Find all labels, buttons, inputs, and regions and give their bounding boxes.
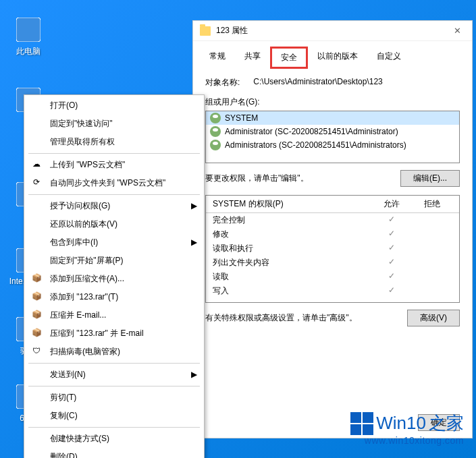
menu-item[interactable]: ☁上传到 "WPS云文档" xyxy=(24,156,204,174)
menu-item[interactable]: 创建快捷方式(S) xyxy=(24,430,204,448)
user-icon xyxy=(210,113,221,123)
menu-item-label: 固定到"开始"屏幕(P) xyxy=(50,256,124,265)
edit-hint: 要更改权限，请单击"编辑"。 xyxy=(205,173,387,184)
user-name: Administrator (SC-202008251451\Administr… xyxy=(225,127,398,136)
chevron-right-icon: ▶ xyxy=(191,237,197,248)
folder-icon xyxy=(200,26,211,36)
deny-check-icon xyxy=(412,229,452,240)
archive-icon: 📦 xyxy=(31,291,42,302)
menu-item-label: 上传到 "WPS云文档" xyxy=(50,160,125,169)
permission-name: 写入 xyxy=(213,285,371,297)
separator xyxy=(28,363,200,364)
menu-item-label: 添加到压缩文件(A)... xyxy=(50,274,124,283)
chevron-right-icon: ▶ xyxy=(191,369,197,380)
separator xyxy=(28,194,200,195)
menu-item-label: 自动同步文件夹到 "WPS云文档" xyxy=(50,178,165,188)
tab-安全[interactable]: 安全 xyxy=(270,47,308,69)
menu-item[interactable]: 📦添加到压缩文件(A)... xyxy=(24,270,204,288)
brand-url: www.win10xitong.com xyxy=(350,435,464,446)
menu-item[interactable]: 管理员取得所有权 xyxy=(24,133,204,151)
advanced-button[interactable]: 高级(V) xyxy=(407,310,460,326)
menu-item[interactable]: 发送到(N)▶ xyxy=(24,366,204,384)
menu-item-label: 删除(D) xyxy=(50,452,78,458)
menu-item[interactable]: 📦压缩并 E-mail... xyxy=(24,306,204,324)
user-name: SYSTEM xyxy=(225,113,258,123)
tab-以前的版本[interactable]: 以前的版本 xyxy=(308,47,367,69)
user-list-item[interactable]: SYSTEM xyxy=(206,111,459,125)
menu-item[interactable]: 还原以前的版本(V) xyxy=(24,215,204,233)
menu-item[interactable]: 打开(O) xyxy=(24,96,204,115)
desktop-icon[interactable]: 此电脑 xyxy=(8,16,49,57)
menu-item-label: 发送到(N) xyxy=(50,370,86,379)
menu-item[interactable]: 删除(D) xyxy=(24,448,204,458)
menu-item[interactable]: ⟳自动同步文件夹到 "WPS云文档" xyxy=(24,174,204,192)
menu-item-label: 扫描病毒(电脑管家) xyxy=(50,347,120,356)
advanced-hint: 有关特殊权限或高级设置，请单击"高级"。 xyxy=(205,312,394,324)
permission-row: 写入✓ xyxy=(206,284,459,298)
dialog-titlebar: 123 属性 ✕ xyxy=(193,21,472,41)
allow-header: 允许 xyxy=(371,198,412,210)
menu-item-label: 包含到库中(I) xyxy=(50,237,98,247)
tab-bar: 常规共享安全以前的版本自定义 xyxy=(200,47,465,69)
cloud-up-icon: ☁ xyxy=(31,159,42,169)
chevron-right-icon: ▶ xyxy=(191,200,197,212)
separator xyxy=(28,386,200,387)
allow-check-icon: ✓ xyxy=(371,285,412,297)
menu-item-label: 授予访问权限(G) xyxy=(50,201,110,210)
close-icon[interactable]: ✕ xyxy=(449,26,465,36)
user-icon xyxy=(210,126,221,137)
menu-item[interactable]: 固定到"快速访问" xyxy=(24,115,204,133)
windows-logo-icon xyxy=(350,412,373,435)
menu-item[interactable]: 固定到"开始"屏幕(P) xyxy=(24,252,204,270)
deny-header: 拒绝 xyxy=(412,198,452,210)
edit-button[interactable]: 编辑(E)... xyxy=(400,170,460,187)
allow-check-icon: ✓ xyxy=(371,214,412,226)
permission-name: 列出文件夹内容 xyxy=(213,257,371,268)
brand-text1: Win10 xyxy=(376,413,426,434)
permission-row: 读取和执行✓ xyxy=(206,241,459,256)
allow-check-icon: ✓ xyxy=(371,229,412,240)
icon-label: 此电脑 xyxy=(8,46,49,57)
separator xyxy=(28,427,200,428)
user-list-item[interactable]: Administrator (SC-202008251451\Administr… xyxy=(206,125,459,138)
separator xyxy=(28,153,200,154)
tab-共享[interactable]: 共享 xyxy=(235,47,270,69)
tab-常规[interactable]: 常规 xyxy=(200,47,235,69)
menu-item[interactable]: 📦压缩到 "123.rar" 并 E-mail xyxy=(24,324,204,343)
menu-item[interactable]: 🛡扫描病毒(电脑管家) xyxy=(24,343,204,361)
users-listbox[interactable]: SYSTEMAdministrator (SC-202008251451\Adm… xyxy=(205,111,460,163)
permission-name: 完全控制 xyxy=(213,214,371,226)
menu-item-label: 压缩到 "123.rar" 并 E-mail xyxy=(50,328,144,338)
permission-row: 读取✓ xyxy=(206,270,459,284)
object-name-label: 对象名称: xyxy=(205,77,240,88)
tab-自定义[interactable]: 自定义 xyxy=(367,47,411,69)
menu-item[interactable]: 包含到库中(I)▶ xyxy=(24,233,204,252)
menu-item[interactable]: 复制(C) xyxy=(24,407,204,425)
menu-item-label: 还原以前的版本(V) xyxy=(50,219,117,229)
menu-item[interactable]: 📦添加到 "123.rar"(T) xyxy=(24,288,204,306)
menu-item-label: 添加到 "123.rar"(T) xyxy=(50,292,118,302)
permissions-table: SYSTEM 的权限(P) 允许 拒绝 完全控制✓修改✓读取和执行✓列出文件夹内… xyxy=(205,195,460,303)
user-icon xyxy=(210,140,221,150)
allow-check-icon: ✓ xyxy=(371,243,412,254)
brand-text2: 之家 xyxy=(429,411,464,435)
properties-dialog: 123 属性 ✕ 常规共享安全以前的版本自定义 对象名称: C:\Users\A… xyxy=(192,20,473,438)
menu-item[interactable]: 剪切(T) xyxy=(24,389,204,407)
allow-check-icon: ✓ xyxy=(371,271,412,283)
archive-icon: 📦 xyxy=(31,327,42,338)
menu-item-label: 固定到"快速访问" xyxy=(50,119,113,128)
menu-item-label: 压缩并 E-mail... xyxy=(50,310,106,320)
menu-item-label: 复制(C) xyxy=(50,411,78,420)
menu-item[interactable]: 授予访问权限(G)▶ xyxy=(24,197,204,215)
context-menu: 打开(O)固定到"快速访问"管理员取得所有权☁上传到 "WPS云文档"⟳自动同步… xyxy=(24,94,205,458)
permissions-header: SYSTEM 的权限(P) xyxy=(213,198,371,210)
app-icon xyxy=(15,16,42,43)
archive-icon: 📦 xyxy=(31,273,42,283)
user-list-item[interactable]: Administrators (SC-202008251451\Administ… xyxy=(206,138,459,152)
object-name-value: C:\Users\Administrator\Desktop\123 xyxy=(253,77,382,88)
permission-row: 完全控制✓ xyxy=(206,213,459,227)
menu-item-label: 管理员取得所有权 xyxy=(50,137,115,146)
permission-name: 读取和执行 xyxy=(213,243,371,254)
menu-item-label: 打开(O) xyxy=(50,101,78,110)
user-name: Administrators (SC-202008251451\Administ… xyxy=(225,140,406,150)
